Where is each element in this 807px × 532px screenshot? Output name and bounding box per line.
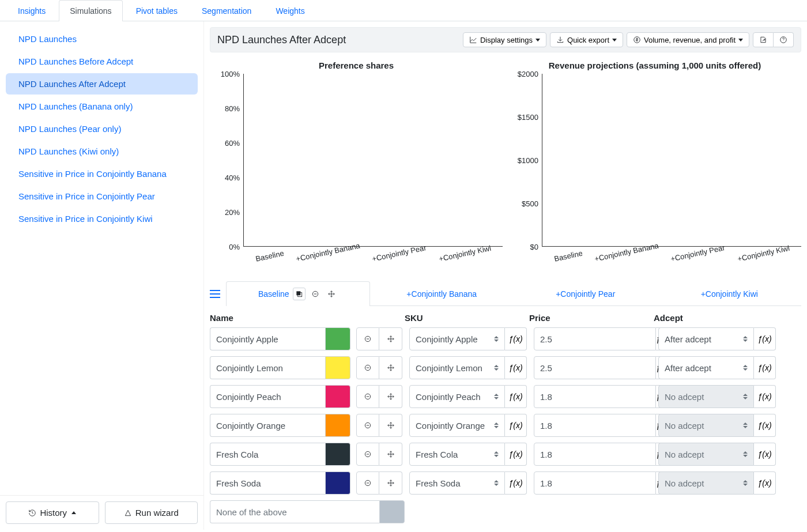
price-input[interactable]	[534, 327, 656, 350]
sidebar-item[interactable]: NPD Launches	[6, 28, 198, 50]
fx-button[interactable]: ƒ(x)	[505, 327, 527, 350]
fx-button[interactable]: ƒ(x)	[754, 327, 776, 350]
sort-icon	[743, 365, 748, 371]
product-name-input[interactable]	[210, 414, 325, 437]
sort-icon	[494, 451, 499, 457]
color-swatch[interactable]	[325, 414, 350, 437]
sidebar-item[interactable]: NPD Launches (Pear only)	[6, 118, 198, 139]
export-table-button[interactable]	[753, 32, 774, 47]
scenario-menu-icon[interactable]	[210, 290, 220, 298]
tab-pivot-tables[interactable]: Pivot tables	[125, 0, 188, 21]
sidebar-item[interactable]: Sensitive in Price in Conjointly Kiwi	[6, 208, 198, 229]
minus-circle-icon	[364, 393, 372, 401]
remove-button[interactable]	[356, 356, 379, 379]
price-input[interactable]	[534, 443, 656, 466]
minus-icon[interactable]	[309, 288, 322, 300]
product-name-input[interactable]	[210, 327, 325, 350]
remove-button[interactable]	[356, 471, 379, 495]
chevron-down-icon	[612, 39, 617, 41]
move-button[interactable]	[379, 356, 402, 379]
sidebar-item[interactable]: Sensitive in Price in Conjointly Banana	[6, 163, 198, 184]
tab-weights[interactable]: Weights	[265, 0, 315, 21]
none-of-above-input[interactable]	[210, 500, 379, 523]
main-panel: NPD Launches After Adcept Display settin…	[204, 21, 807, 530]
fx-button[interactable]: ƒ(x)	[505, 385, 527, 408]
move-button[interactable]	[379, 414, 402, 437]
tab-simulations[interactable]: Simulations	[59, 0, 122, 21]
copy-icon[interactable]	[293, 288, 306, 300]
move-icon	[387, 450, 395, 458]
y-tick: 40%	[225, 173, 240, 182]
fx-button[interactable]: ƒ(x)	[754, 356, 776, 379]
color-swatch[interactable]	[325, 327, 350, 350]
scenario-tab[interactable]: +Conjointly Kiwi	[658, 281, 802, 306]
sidebar-item[interactable]: NPD Launches After Adcept	[6, 73, 198, 95]
color-swatch[interactable]	[325, 356, 350, 379]
display-settings-button[interactable]: Display settings	[463, 32, 546, 47]
price-input[interactable]	[534, 471, 656, 495]
quick-export-button[interactable]: Quick export	[550, 32, 623, 47]
product-name-input[interactable]	[210, 443, 325, 466]
adcept-select[interactable]: After adcept	[658, 356, 754, 379]
sku-select[interactable]: Fresh Soda	[409, 471, 505, 495]
adcept-select[interactable]: After adcept	[658, 327, 754, 350]
product-name-input[interactable]	[210, 385, 325, 408]
scenario-tab[interactable]: +Conjointly Pear	[514, 281, 658, 306]
tab-segmentation[interactable]: Segmentation	[191, 0, 262, 21]
adcept-select: No adcept	[658, 414, 754, 437]
download-icon	[556, 36, 564, 44]
sidebar-footer: History Run wizard	[0, 495, 203, 530]
fx-button[interactable]: ƒ(x)	[505, 443, 527, 466]
fx-button[interactable]: ƒ(x)	[505, 471, 527, 495]
minus-circle-icon	[364, 364, 372, 372]
move-button[interactable]	[379, 327, 402, 350]
move-icon[interactable]	[325, 288, 338, 300]
sku-select[interactable]: Conjointly Lemon	[409, 356, 505, 379]
history-button[interactable]: History	[6, 501, 99, 524]
fx-button[interactable]: ƒ(x)	[754, 471, 776, 495]
move-button[interactable]	[379, 443, 402, 466]
sidebar-item[interactable]: NPD Launches (Banana only)	[6, 96, 198, 117]
remove-button[interactable]	[356, 327, 379, 350]
fx-button[interactable]: ƒ(x)	[754, 443, 776, 466]
sidebar-item[interactable]: NPD Launches Before Adcept	[6, 51, 198, 72]
sku-select[interactable]: Conjointly Apple	[409, 327, 505, 350]
product-name-input[interactable]	[210, 356, 325, 379]
price-input[interactable]	[534, 414, 656, 437]
move-icon	[387, 421, 395, 429]
sku-select[interactable]: Conjointly Orange	[409, 414, 505, 437]
move-button[interactable]	[379, 471, 402, 495]
fx-button[interactable]: ƒ(x)	[505, 356, 527, 379]
table-row: Conjointly Peachƒ(x)ƒ(x)No adceptƒ(x)	[210, 385, 801, 408]
tab-insights[interactable]: Insights	[7, 0, 56, 21]
price-input[interactable]	[534, 356, 656, 379]
move-button[interactable]	[379, 385, 402, 408]
x-label: +Conjointly Kiwi	[737, 244, 793, 277]
volume-revenue-button[interactable]: Volume, revenue, and profit	[627, 32, 749, 47]
remove-button[interactable]	[356, 443, 379, 466]
none-of-above-swatch[interactable]	[379, 500, 405, 523]
sku-select[interactable]: Fresh Cola	[409, 443, 505, 466]
product-table: Name SKU Price Adcept Conjointly Appleƒ(…	[204, 306, 807, 523]
fx-button[interactable]: ƒ(x)	[754, 414, 776, 437]
move-icon	[387, 479, 395, 487]
fx-button[interactable]: ƒ(x)	[754, 385, 776, 408]
remove-button[interactable]	[356, 414, 379, 437]
table-row: Fresh Sodaƒ(x)ƒ(x)No adceptƒ(x)	[210, 471, 801, 495]
price-input[interactable]	[534, 385, 656, 408]
color-swatch[interactable]	[325, 443, 350, 466]
fx-button[interactable]: ƒ(x)	[505, 414, 527, 437]
table-row: Conjointly Lemonƒ(x)ƒ(x)After adceptƒ(x)	[210, 356, 801, 379]
help-button[interactable]	[774, 32, 794, 47]
color-swatch[interactable]	[325, 471, 350, 495]
sku-select[interactable]: Conjointly Peach	[409, 385, 505, 408]
scenario-tab[interactable]: Baseline	[226, 281, 370, 306]
sidebar-item[interactable]: NPD Launches (Kiwi only)	[6, 141, 198, 162]
sort-icon	[494, 336, 499, 342]
color-swatch[interactable]	[325, 385, 350, 408]
run-wizard-button[interactable]: Run wizard	[105, 501, 198, 524]
sidebar-item[interactable]: Sensitive in Price in Conjointly Pear	[6, 186, 198, 207]
product-name-input[interactable]	[210, 471, 325, 495]
remove-button[interactable]	[356, 385, 379, 408]
scenario-tab[interactable]: +Conjointly Banana	[370, 281, 514, 306]
